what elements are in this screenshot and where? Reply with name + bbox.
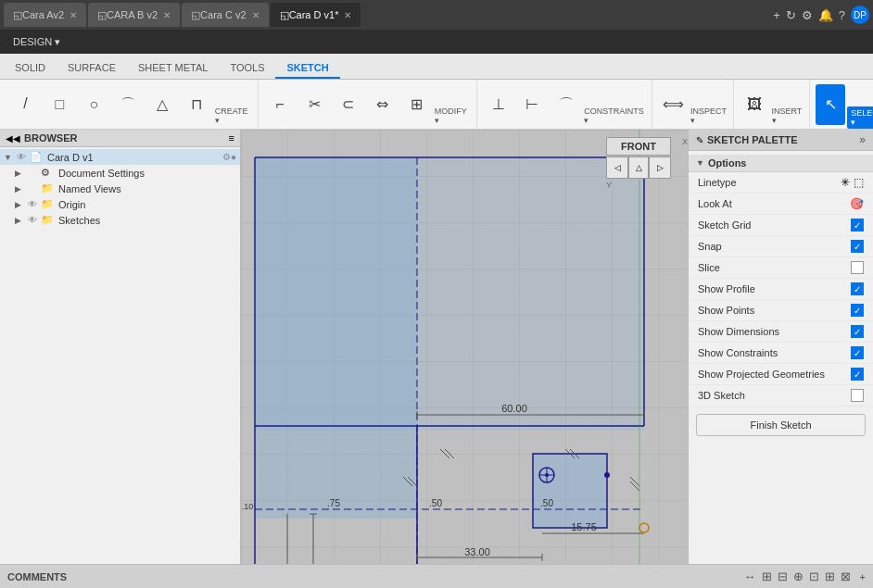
- nav-cube-left[interactable]: ◁: [606, 156, 628, 179]
- tab-cara-d[interactable]: ◱ Cara D v1* ✕: [271, 3, 361, 27]
- tree-item-sketches[interactable]: ▶ 👁 📁 Sketches: [0, 212, 240, 228]
- svg-text:.10: .10: [242, 502, 254, 511]
- snap-checkbox[interactable]: ✓: [851, 240, 864, 253]
- project-tool[interactable]: ⊞: [400, 84, 433, 125]
- circle-tool[interactable]: ○: [78, 84, 110, 125]
- status-icon-4[interactable]: ⊕: [793, 569, 803, 583]
- add-tab-btn[interactable]: +: [773, 8, 780, 22]
- linetype-icon2[interactable]: ⬚: [854, 176, 864, 189]
- status-icon-7[interactable]: ⊠: [841, 569, 851, 583]
- expand-icon[interactable]: ▶: [15, 216, 28, 225]
- select-label[interactable]: SELECT ▾: [847, 106, 873, 129]
- linetype-icon1[interactable]: ✳: [841, 176, 850, 189]
- design-menu[interactable]: DESIGN ▾: [7, 34, 66, 50]
- rect-tool[interactable]: □: [44, 84, 76, 125]
- status-icon-3[interactable]: ⊟: [778, 569, 788, 583]
- origin-folder-icon: 📁: [41, 198, 56, 210]
- slot-tool[interactable]: ⊓: [181, 84, 213, 125]
- options-section-header[interactable]: ▼ Options: [689, 155, 873, 172]
- tab-close-cara-b[interactable]: ✕: [163, 10, 171, 20]
- select-tool[interactable]: ↖: [816, 84, 846, 125]
- tab-sketch[interactable]: SKETCH: [275, 58, 339, 79]
- tab-cara-b[interactable]: ◱ CARA B v2 ✕: [88, 3, 180, 27]
- measure-tool[interactable]: ⟺: [658, 84, 689, 125]
- tab-controls: + ↻ ⚙ 🔔 ? DP: [773, 6, 869, 24]
- navigation-cube[interactable]: FRONT ◁ △ ▷ Y X: [606, 137, 680, 211]
- status-icon-5[interactable]: ⊡: [809, 569, 819, 583]
- option-row-sketch-grid: Sketch Grid ✓: [689, 215, 873, 236]
- constraint-3[interactable]: ⌒: [550, 84, 583, 125]
- create-label[interactable]: CREATE ▾: [215, 106, 254, 129]
- canvas-area[interactable]: 60.00 33.00 40.00 30.00 15.75 .75 .50 .5…: [241, 130, 688, 564]
- tree-item-named-views[interactable]: ▶ 📁 Named Views: [0, 181, 240, 196]
- options-section-title: Options: [708, 157, 747, 169]
- expand-icon[interactable]: ▶: [15, 184, 28, 194]
- line-tool[interactable]: /: [9, 84, 42, 125]
- show-profile-checkbox[interactable]: ✓: [851, 282, 864, 295]
- expand-icon[interactable]: ▶: [15, 200, 28, 209]
- browser-collapse-btn[interactable]: ◀◀: [6, 133, 20, 144]
- show-dimensions-checkbox[interactable]: ✓: [851, 325, 864, 338]
- inspect-label[interactable]: INSPECT ▾: [690, 106, 729, 129]
- 3d-sketch-checkbox[interactable]: [851, 389, 864, 402]
- refresh-btn[interactable]: ↻: [786, 8, 796, 22]
- user-avatar[interactable]: DP: [851, 6, 869, 24]
- status-add-btn[interactable]: +: [860, 571, 866, 582]
- show-points-checkbox[interactable]: ✓: [851, 304, 864, 317]
- tab-tools[interactable]: TOOLS: [219, 58, 275, 79]
- slice-checkbox[interactable]: [851, 261, 864, 274]
- tab-close-cara-a[interactable]: ✕: [70, 10, 77, 20]
- 3d-sketch-label: 3D Sketch: [698, 390, 851, 401]
- nav-cube-front-face[interactable]: FRONT: [606, 137, 671, 156]
- insert-image-tool[interactable]: 🖼: [740, 84, 769, 125]
- vis-icon[interactable]: 👁: [17, 152, 30, 162]
- trim-tool[interactable]: ✂: [298, 84, 331, 125]
- arc-tool[interactable]: ⌒: [112, 84, 145, 125]
- status-icon-2[interactable]: ⊞: [762, 569, 772, 583]
- lookat-icon[interactable]: 🎯: [850, 197, 864, 210]
- constraints-label[interactable]: CONSTRAINTS ▾: [584, 106, 648, 129]
- slice-label: Slice: [698, 262, 851, 273]
- vis-icon[interactable]: 👁: [28, 199, 41, 209]
- expand-icon[interactable]: ▼: [4, 153, 17, 162]
- poly-tool[interactable]: △: [146, 84, 179, 125]
- tab-surface[interactable]: SURFACE: [57, 58, 127, 79]
- tab-cara-a[interactable]: ◱ Cara Av2 ✕: [4, 3, 86, 27]
- tree-item-doc-settings[interactable]: ▶ ⚙ Document Settings: [0, 165, 240, 181]
- tab-cara-c[interactable]: ◱ Cara C v2 ✕: [182, 3, 269, 27]
- expand-icon[interactable]: ▶: [15, 169, 28, 178]
- status-icon-6[interactable]: ⊞: [825, 569, 835, 583]
- show-constraints-checkbox[interactable]: ✓: [851, 346, 864, 359]
- option-row-show-projected: Show Projected Geometries ✓: [689, 364, 873, 385]
- tab-solid[interactable]: SOLID: [4, 58, 57, 79]
- tab-close-cara-c[interactable]: ✕: [252, 10, 259, 20]
- help-btn[interactable]: ?: [839, 8, 845, 22]
- tree-item-origin[interactable]: ▶ 👁 📁 Origin: [0, 196, 240, 212]
- svg-rect-3: [255, 157, 644, 431]
- settings-btn[interactable]: ⚙: [802, 8, 813, 22]
- sketch-grid-checkbox[interactable]: ✓: [851, 219, 864, 231]
- status-icon-1[interactable]: ↔: [744, 569, 756, 583]
- tab-sheet-metal[interactable]: SHEET METAL: [127, 58, 219, 79]
- nav-cube-right[interactable]: ▷: [649, 156, 671, 179]
- offset-tool[interactable]: ⊂: [332, 84, 364, 125]
- linetype-controls: ✳ ⬚: [841, 176, 864, 189]
- bell-icon[interactable]: 🔔: [818, 8, 833, 22]
- browser-header: ◀◀ BROWSER ≡: [0, 130, 240, 147]
- constraint-2[interactable]: ⊢: [516, 84, 549, 125]
- palette-expand-btn[interactable]: »: [859, 133, 866, 146]
- tab-close-cara-d[interactable]: ✕: [344, 10, 351, 20]
- nav-cube-up[interactable]: △: [628, 156, 649, 179]
- fillet-tool[interactable]: ⌐: [264, 84, 297, 125]
- option-row-slice: Slice: [689, 257, 873, 279]
- modify-label[interactable]: MODIFY ▾: [435, 106, 473, 129]
- constraint-1[interactable]: ⊥: [483, 84, 515, 125]
- mirror-tool[interactable]: ⇔: [366, 84, 399, 125]
- insert-label[interactable]: INSERT ▾: [772, 106, 805, 129]
- browser-settings-btn[interactable]: ≡: [229, 132, 234, 144]
- show-projected-checkbox[interactable]: ✓: [851, 368, 864, 381]
- root-gear-icon[interactable]: ⚙: [222, 152, 231, 162]
- palette-finish-sketch-btn[interactable]: Finish Sketch: [696, 414, 866, 436]
- tree-item-root[interactable]: ▼ 👁 📄 Cara D v1 ⚙ ●: [0, 149, 240, 165]
- vis-icon[interactable]: 👁: [28, 215, 41, 225]
